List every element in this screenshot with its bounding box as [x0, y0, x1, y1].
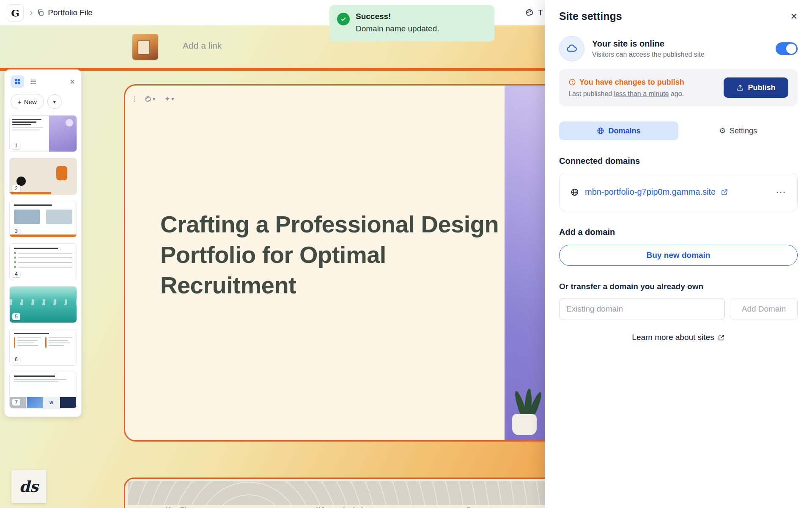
buy-new-domain-button[interactable]: Buy new domain — [559, 245, 798, 266]
topbar-actions: T — [525, 0, 543, 25]
slide-number-badge: 6 — [12, 356, 20, 363]
new-button-label: New — [24, 98, 37, 105]
slide-toolbar: ⋮ ▾ ✦ ▾ — [131, 93, 176, 105]
last-published-text: Last published less than a minute ago. — [568, 90, 684, 98]
slide-thumbnail-2[interactable]: 2 — [9, 158, 77, 195]
theme-palette-icon[interactable] — [525, 8, 534, 17]
chevron-down-icon: ▾ — [153, 96, 155, 102]
site-brand-logo: ds — [11, 470, 46, 503]
site-online-toggle[interactable] — [776, 42, 798, 55]
toast-text: Success! Domain name updated. — [356, 12, 439, 35]
publish-warning: You have changes to publish — [568, 78, 684, 87]
slide-title[interactable]: Crafting a Professional Design Portfolio… — [160, 209, 499, 301]
slide-thumbnail-5[interactable]: 5 — [9, 286, 77, 323]
palette-icon — [145, 96, 151, 102]
domain-menu-icon[interactable]: ⋯ — [776, 186, 786, 198]
globe-icon — [571, 188, 579, 196]
new-slide-dropdown-button[interactable]: ▾ — [47, 94, 62, 109]
sidebar-new-row: + New ▾ — [5, 90, 81, 114]
plant-vase — [512, 414, 537, 435]
online-title: Your site is online — [592, 39, 705, 49]
transfer-domain-label: Or transfer a domain you already own — [559, 282, 798, 291]
connected-domain-card: mbn-portfolio-g7pip0m.gamma.site ⋯ — [559, 173, 798, 211]
link-thumbnail-image[interactable] — [132, 34, 158, 60]
gamma-logo[interactable]: G — [7, 4, 24, 21]
brand-monogram: ds — [19, 478, 38, 495]
publish-button-label: Publish — [748, 83, 775, 92]
slide-title-line: Recruitment — [160, 270, 499, 301]
drag-handle-icon[interactable]: ⋮ — [131, 95, 138, 103]
slide-number-badge: 7 — [12, 399, 20, 406]
thumb-title-line — [14, 204, 52, 206]
slide-list-sidebar: ✕ + New ▾ 1 2 3 — [4, 69, 82, 417]
gear-icon: ⚙ — [719, 126, 726, 135]
transfer-domain-row: Add Domain — [559, 298, 798, 320]
upload-icon — [736, 84, 744, 91]
slide-title-line: Crafting a Professional Design — [160, 209, 499, 240]
open-domain-icon[interactable] — [721, 188, 728, 196]
thumb-accent — [10, 192, 51, 194]
theme-label[interactable]: T — [538, 8, 543, 17]
grid-view-button[interactable] — [11, 75, 24, 88]
last-published-prefix: Last published — [568, 90, 612, 97]
thumb-photo — [14, 210, 40, 224]
thumb-photo — [46, 210, 72, 224]
breadcrumb[interactable]: Portfolio File — [48, 8, 93, 17]
list-view-button[interactable] — [27, 75, 40, 88]
slide-thumbnail-4[interactable]: 4 — [9, 243, 77, 280]
thumb-title-line — [14, 248, 58, 249]
grid-icon — [14, 78, 21, 85]
slide-number-badge: 4 — [12, 271, 20, 277]
toggle-knob — [786, 44, 796, 54]
add-domain-button[interactable]: Add Domain — [730, 298, 798, 320]
publish-button[interactable]: Publish — [724, 77, 788, 98]
plus-icon: + — [18, 98, 22, 105]
panel-close-icon[interactable]: ✕ — [790, 11, 798, 22]
thumb-shape — [56, 166, 67, 180]
panel-tabs: Domains ⚙ Settings — [559, 121, 798, 140]
slide-thumbnail-6[interactable]: 6 — [9, 329, 77, 366]
domain-link[interactable]: mbn-portfolio-g7pip0m.gamma.site — [585, 187, 716, 197]
thumb-accent — [10, 235, 77, 237]
globe-icon — [597, 127, 604, 135]
slide-thumbnail-1[interactable]: 1 — [9, 115, 77, 152]
learn-more-label: Learn more about sites — [632, 333, 714, 342]
last-published-link[interactable]: less than a minute — [614, 90, 669, 97]
tab-settings[interactable]: ⚙ Settings — [678, 121, 798, 140]
theme-picker-button[interactable]: ▾ — [142, 94, 158, 104]
chevron-down-icon: ▾ — [53, 99, 56, 105]
artwork-shape — [138, 41, 149, 54]
learn-more-link[interactable]: Learn more about sites — [559, 333, 798, 342]
ai-actions-button[interactable]: ✦ ▾ — [162, 93, 176, 105]
cloud-icon — [559, 36, 584, 61]
slide-number-badge: 1 — [12, 142, 20, 149]
thumb-wave-texture — [10, 299, 77, 305]
tab-domains[interactable]: Domains — [559, 121, 678, 140]
toast-message: Domain name updated. — [356, 24, 439, 33]
tab-domains-label: Domains — [608, 127, 640, 135]
sidebar-header: ✕ — [5, 70, 81, 90]
slide-thumbnail-7[interactable]: W 7 — [9, 372, 77, 409]
publish-status-box: You have changes to publish Last publish… — [559, 69, 798, 106]
online-text: Your site is online Visitors can access … — [592, 39, 705, 58]
tab-settings-label: Settings — [730, 127, 757, 135]
slide-number-badge: 3 — [12, 228, 20, 235]
new-slide-button[interactable]: + New — [11, 94, 44, 109]
thumb-shape — [16, 177, 26, 186]
sidebar-close-icon[interactable]: ✕ — [70, 78, 75, 86]
existing-domain-input[interactable] — [559, 298, 725, 320]
publish-status-text: You have changes to publish Last publish… — [568, 78, 684, 98]
success-toast: Success! Domain name updated. — [329, 5, 494, 41]
thumb-title-line — [14, 333, 49, 334]
check-circle-icon — [337, 13, 350, 25]
toast-title: Success! — [356, 12, 439, 21]
online-subtitle: Visitors can access the published site — [592, 51, 705, 58]
slide-thumbnail-3[interactable]: 3 — [9, 201, 77, 237]
slide-number-badge: 5 — [12, 313, 20, 320]
slide-thumbnail-list: 1 2 3 4 5 — [5, 114, 81, 409]
add-link-placeholder[interactable]: Add a link — [183, 41, 222, 51]
panel-title: Site settings — [559, 10, 622, 22]
last-published-suffix: ago. — [671, 90, 684, 97]
slide-title-line: Portfolio for Optimal — [160, 240, 499, 270]
file-copy-icon — [37, 9, 44, 17]
